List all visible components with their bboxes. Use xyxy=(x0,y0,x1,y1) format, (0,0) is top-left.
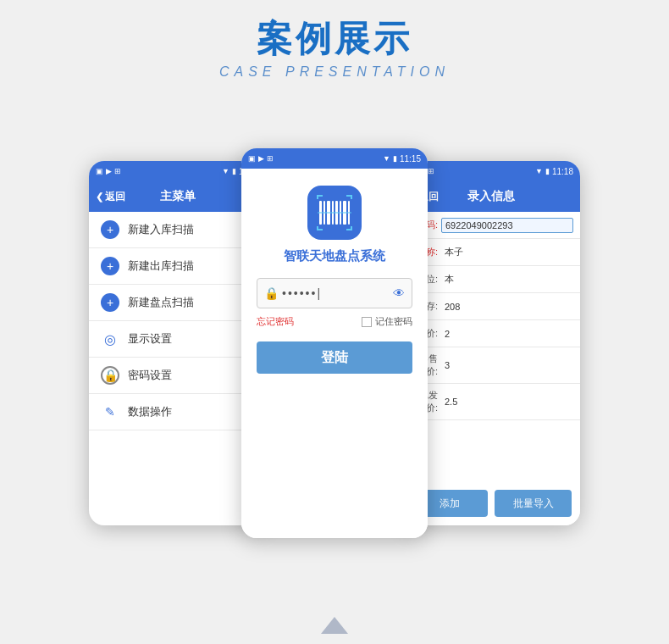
status-icons-left: ▣ ▶ ⊞ xyxy=(96,167,121,175)
wifi-icon: ▼ xyxy=(222,167,229,175)
status-bar-right: ▣ ▶ ⊞ ▼ ▮ 11:18 xyxy=(402,161,580,181)
display-icon: ◎ xyxy=(101,330,119,348)
menu-label-2: 新建出库扫描 xyxy=(128,258,194,274)
back-chevron-left: ❮ xyxy=(96,192,103,203)
password-dots: ••••••| xyxy=(282,286,393,300)
lock-icon: 🔒 xyxy=(101,366,119,385)
forgot-link[interactable]: 忘记密码 xyxy=(257,315,294,328)
bottom-arrow-container xyxy=(0,610,669,644)
back-label-left: 返回 xyxy=(105,190,125,204)
nav-bar-left: ❮ 返回 主菜单 xyxy=(89,181,267,212)
menu-item-4[interactable]: ◎ 显示设置 xyxy=(89,321,267,358)
status-right-center: ▼ ▮ 11:15 xyxy=(383,154,421,164)
menu-item-3[interactable]: + 新建盘点扫描 xyxy=(89,285,267,321)
main-title: 案例展示 xyxy=(0,15,669,63)
add-icon-2: + xyxy=(101,257,119,275)
login-content: 智联天地盘点系统 🔒 ••••••| 👁 忘记密码 记住密码 登陆 xyxy=(241,169,428,538)
input-barcode[interactable]: 6922049002293 xyxy=(441,218,573,233)
time-right: 11:18 xyxy=(552,167,573,176)
menu-label-1: 新建入库扫描 xyxy=(128,222,194,237)
bottom-btns: 添加 批量导入 xyxy=(402,481,580,525)
phone-center: ▣ ▶ ⊞ ▼ ▮ 11:15 xyxy=(241,148,428,538)
app-icon xyxy=(307,186,362,240)
form-row-name: 名称: 本子 xyxy=(402,239,580,266)
remember-label: 记住密码 xyxy=(375,315,412,328)
sim-icon: ▣ xyxy=(96,167,103,175)
phone-right: ▣ ▶ ⊞ ▼ ▮ 11:18 ❮ 返回 录入信息 xyxy=(402,161,580,525)
menu-item-1[interactable]: + 新建入库扫描 xyxy=(89,212,267,248)
data-icon: ⊞ xyxy=(114,167,121,175)
form-row-barcode: 条码: 6922049002293 xyxy=(402,212,580,239)
signal-icon: ▶ xyxy=(106,167,112,175)
value-barcode: 6922049002293 xyxy=(445,220,513,230)
page-header: 案例展示 CASE PRESENTATION xyxy=(0,0,669,85)
app-name: 智联天地盘点系统 xyxy=(284,248,385,264)
menu-item-2[interactable]: + 新建出库扫描 xyxy=(89,248,267,285)
nav-title-right: 录入信息 xyxy=(467,189,515,204)
menu-list: + 新建入库扫描 + 新建出库扫描 + 新建盘点扫描 ◎ 显示设置 🔒 密 xyxy=(89,212,267,525)
phone-left: ▣ ▶ ⊞ ▼ ▮ 11:15 ❮ 返回 主菜单 xyxy=(89,161,267,525)
battery-icon: ▮ xyxy=(232,167,236,175)
time-center: 11:15 xyxy=(400,154,421,164)
login-button[interactable]: 登陆 xyxy=(257,341,412,374)
import-button[interactable]: 批量导入 xyxy=(495,490,572,517)
forgot-row: 忘记密码 记住密码 xyxy=(257,315,412,328)
value-unit: 本 xyxy=(441,271,573,287)
phones-container: ▣ ▶ ⊞ ▼ ▮ 11:15 ❮ 返回 主菜单 xyxy=(0,85,669,610)
nav-title-left: 主菜单 xyxy=(160,189,196,204)
form-row-retail: 零售价: 3 xyxy=(402,347,580,384)
lock-icon-pwd: 🔒 xyxy=(264,286,279,300)
value-retail: 3 xyxy=(441,358,573,372)
add-icon-1: + xyxy=(101,220,119,239)
status-right-right: ▼ ▮ 11:18 xyxy=(535,167,573,176)
status-icons-center-left: ▣ ▶ ⊞ xyxy=(248,154,274,163)
status-bar-center: ▣ ▶ ⊞ ▼ ▮ 11:15 xyxy=(241,148,428,169)
sub-title: CASE PRESENTATION xyxy=(0,64,669,80)
menu-label-3: 新建盘点扫描 xyxy=(128,295,194,310)
add-icon-3: + xyxy=(101,293,119,312)
battery-icon-r: ▮ xyxy=(545,167,550,175)
form-content: 条码: 6922049002293 名称: 本子 单位: 本 库存: 208 xyxy=(402,212,580,481)
data-icon-c: ⊞ xyxy=(267,154,274,163)
form-row-unit: 单位: 本 xyxy=(402,266,580,293)
data-icon-r: ⊞ xyxy=(428,167,434,175)
menu-item-5[interactable]: 🔒 密码设置 xyxy=(89,358,267,394)
battery-icon-c: ▮ xyxy=(393,154,397,163)
value-stock: 208 xyxy=(441,300,573,314)
eye-icon[interactable]: 👁 xyxy=(393,286,405,300)
menu-label-5: 密码设置 xyxy=(128,368,172,383)
back-btn-left[interactable]: ❮ 返回 xyxy=(96,190,125,204)
menu-label-6: 数据操作 xyxy=(128,404,172,419)
value-name: 本子 xyxy=(441,244,573,260)
password-field[interactable]: 🔒 ••••••| 👁 xyxy=(257,278,412,308)
status-bar-left: ▣ ▶ ⊞ ▼ ▮ 11:15 xyxy=(89,161,267,181)
form-row-wholesale: 批发价: 2.5 xyxy=(402,384,580,420)
up-arrow-icon xyxy=(321,617,348,634)
app-icon-svg xyxy=(316,194,353,231)
wifi-icon-r: ▼ xyxy=(535,167,543,175)
menu-label-4: 显示设置 xyxy=(128,331,172,347)
value-wholesale: 2.5 xyxy=(441,395,573,408)
form-row-cost: 进价: 2 xyxy=(402,320,580,347)
menu-item-6[interactable]: ✎ 数据操作 xyxy=(89,394,267,430)
form-row-stock: 库存: 208 xyxy=(402,293,580,320)
value-cost: 2 xyxy=(441,327,573,341)
remember-row: 记住密码 xyxy=(362,315,412,328)
wifi-icon-c: ▼ xyxy=(383,154,390,163)
signal-icon-c: ▶ xyxy=(258,154,264,163)
edit-icon: ✎ xyxy=(101,402,119,421)
nav-bar-right: ❮ 返回 录入信息 xyxy=(402,181,580,212)
sim-icon-c: ▣ xyxy=(248,154,256,163)
remember-checkbox[interactable] xyxy=(362,317,372,327)
